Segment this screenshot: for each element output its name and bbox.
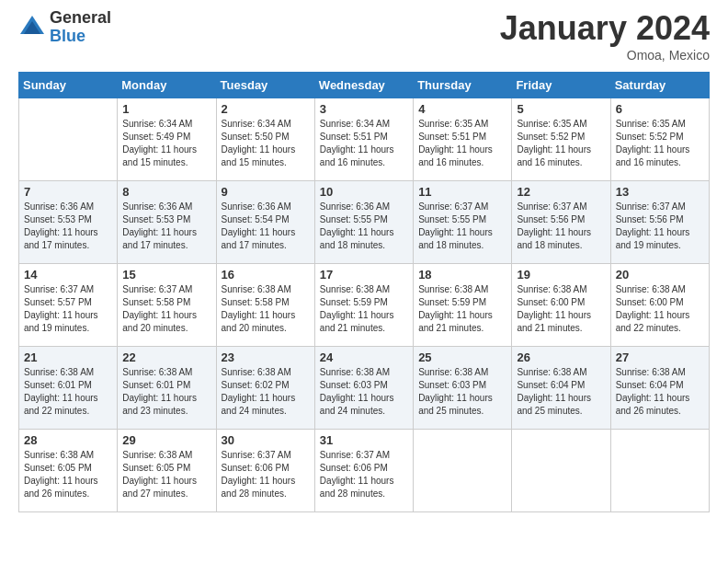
day-number: 27 <box>616 350 704 364</box>
calendar-header-row: SundayMondayTuesdayWednesdayThursdayFrid… <box>19 73 710 98</box>
header-friday: Friday <box>512 73 610 98</box>
day-number: 24 <box>320 350 408 364</box>
day-number: 29 <box>122 433 210 447</box>
day-info: Sunrise: 6:36 AMSunset: 5:55 PMDaylight:… <box>320 201 408 252</box>
calendar-cell: 20Sunrise: 6:38 AMSunset: 6:00 PMDayligh… <box>610 264 709 347</box>
day-info: Sunrise: 6:38 AMSunset: 6:04 PMDaylight:… <box>616 366 704 418</box>
calendar-cell: 14Sunrise: 6:37 AMSunset: 5:57 PMDayligh… <box>19 264 118 347</box>
day-info: Sunrise: 6:37 AMSunset: 5:56 PMDaylight:… <box>616 201 704 252</box>
day-info: Sunrise: 6:36 AMSunset: 5:54 PMDaylight:… <box>222 201 310 252</box>
day-number: 8 <box>122 185 210 199</box>
day-number: 26 <box>517 350 605 364</box>
header-monday: Monday <box>118 73 216 98</box>
day-info: Sunrise: 6:38 AMSunset: 6:04 PMDaylight:… <box>517 366 605 418</box>
calendar-cell: 15Sunrise: 6:37 AMSunset: 5:58 PMDayligh… <box>118 264 216 347</box>
day-info: Sunrise: 6:35 AMSunset: 5:52 PMDaylight:… <box>517 118 605 169</box>
calendar-cell: 8Sunrise: 6:36 AMSunset: 5:53 PMDaylight… <box>118 181 216 264</box>
calendar-cell: 9Sunrise: 6:36 AMSunset: 5:54 PMDaylight… <box>216 181 314 264</box>
day-info: Sunrise: 6:38 AMSunset: 6:02 PMDaylight:… <box>222 366 310 418</box>
location: Omoa, Mexico <box>500 48 710 63</box>
header-tuesday: Tuesday <box>216 73 314 98</box>
day-info: Sunrise: 6:36 AMSunset: 5:53 PMDaylight:… <box>24 201 112 252</box>
day-info: Sunrise: 6:37 AMSunset: 6:06 PMDaylight:… <box>222 449 310 500</box>
day-number: 31 <box>320 433 408 447</box>
calendar-table: SundayMondayTuesdayWednesdayThursdayFrid… <box>18 72 710 512</box>
day-number: 15 <box>122 268 210 282</box>
calendar-cell: 28Sunrise: 6:38 AMSunset: 6:05 PMDayligh… <box>19 430 118 512</box>
day-info: Sunrise: 6:38 AMSunset: 6:03 PMDaylight:… <box>418 366 506 418</box>
day-info: Sunrise: 6:37 AMSunset: 6:06 PMDaylight:… <box>320 449 408 500</box>
calendar-cell: 19Sunrise: 6:38 AMSunset: 6:00 PMDayligh… <box>512 264 610 347</box>
page-header: General Blue January 2024 Omoa, Mexico <box>18 9 710 63</box>
calendar-cell: 31Sunrise: 6:37 AMSunset: 6:06 PMDayligh… <box>314 430 413 512</box>
calendar-week-4: 21Sunrise: 6:38 AMSunset: 6:01 PMDayligh… <box>19 347 710 430</box>
calendar-week-2: 7Sunrise: 6:36 AMSunset: 5:53 PMDaylight… <box>19 181 710 264</box>
day-number: 11 <box>418 185 506 199</box>
day-info: Sunrise: 6:38 AMSunset: 6:05 PMDaylight:… <box>24 449 112 500</box>
calendar-cell <box>414 430 512 512</box>
calendar-cell <box>512 430 610 512</box>
day-number: 16 <box>222 268 310 282</box>
calendar-cell: 3Sunrise: 6:34 AMSunset: 5:51 PMDaylight… <box>314 98 413 181</box>
logo-blue: Blue <box>50 28 111 46</box>
day-info: Sunrise: 6:38 AMSunset: 6:00 PMDaylight:… <box>517 283 605 335</box>
day-number: 22 <box>122 350 210 364</box>
calendar-cell: 23Sunrise: 6:38 AMSunset: 6:02 PMDayligh… <box>216 347 314 430</box>
calendar-cell: 2Sunrise: 6:34 AMSunset: 5:50 PMDaylight… <box>216 98 314 181</box>
day-number: 28 <box>24 433 112 447</box>
day-number: 18 <box>418 268 506 282</box>
day-number: 30 <box>222 433 310 447</box>
day-info: Sunrise: 6:34 AMSunset: 5:51 PMDaylight:… <box>320 118 408 169</box>
day-info: Sunrise: 6:37 AMSunset: 5:57 PMDaylight:… <box>24 283 112 335</box>
title-block: January 2024 Omoa, Mexico <box>500 9 710 63</box>
calendar-cell: 24Sunrise: 6:38 AMSunset: 6:03 PMDayligh… <box>314 347 413 430</box>
day-info: Sunrise: 6:38 AMSunset: 6:01 PMDaylight:… <box>122 366 210 418</box>
day-number: 13 <box>616 185 704 199</box>
calendar-cell: 1Sunrise: 6:34 AMSunset: 5:49 PMDaylight… <box>118 98 216 181</box>
day-number: 2 <box>222 102 310 116</box>
calendar-cell: 11Sunrise: 6:37 AMSunset: 5:55 PMDayligh… <box>414 181 512 264</box>
calendar-week-1: 1Sunrise: 6:34 AMSunset: 5:49 PMDaylight… <box>19 98 710 181</box>
calendar-week-5: 28Sunrise: 6:38 AMSunset: 6:05 PMDayligh… <box>19 430 710 512</box>
header-wednesday: Wednesday <box>314 73 413 98</box>
day-number: 25 <box>418 350 506 364</box>
day-number: 7 <box>24 185 112 199</box>
day-info: Sunrise: 6:36 AMSunset: 5:53 PMDaylight:… <box>122 201 210 252</box>
header-thursday: Thursday <box>414 73 512 98</box>
day-number: 23 <box>222 350 310 364</box>
calendar-cell: 4Sunrise: 6:35 AMSunset: 5:51 PMDaylight… <box>414 98 512 181</box>
day-info: Sunrise: 6:35 AMSunset: 5:52 PMDaylight:… <box>616 118 704 169</box>
day-number: 6 <box>616 102 704 116</box>
header-saturday: Saturday <box>610 73 709 98</box>
header-sunday: Sunday <box>19 73 118 98</box>
day-info: Sunrise: 6:38 AMSunset: 6:00 PMDaylight:… <box>616 283 704 335</box>
calendar-cell: 18Sunrise: 6:38 AMSunset: 5:59 PMDayligh… <box>414 264 512 347</box>
calendar-week-3: 14Sunrise: 6:37 AMSunset: 5:57 PMDayligh… <box>19 264 710 347</box>
calendar-cell: 25Sunrise: 6:38 AMSunset: 6:03 PMDayligh… <box>414 347 512 430</box>
calendar-cell: 16Sunrise: 6:38 AMSunset: 5:58 PMDayligh… <box>216 264 314 347</box>
calendar-cell: 12Sunrise: 6:37 AMSunset: 5:56 PMDayligh… <box>512 181 610 264</box>
month-title: January 2024 <box>500 9 710 48</box>
logo: General Blue <box>18 9 111 46</box>
day-number: 19 <box>517 268 605 282</box>
calendar-cell: 5Sunrise: 6:35 AMSunset: 5:52 PMDaylight… <box>512 98 610 181</box>
day-number: 9 <box>222 185 310 199</box>
calendar-cell: 27Sunrise: 6:38 AMSunset: 6:04 PMDayligh… <box>610 347 709 430</box>
day-number: 10 <box>320 185 408 199</box>
day-info: Sunrise: 6:37 AMSunset: 5:55 PMDaylight:… <box>418 201 506 252</box>
calendar-cell: 10Sunrise: 6:36 AMSunset: 5:55 PMDayligh… <box>314 181 413 264</box>
day-number: 4 <box>418 102 506 116</box>
day-number: 20 <box>616 268 704 282</box>
day-info: Sunrise: 6:38 AMSunset: 6:01 PMDaylight:… <box>24 366 112 418</box>
logo-general: General <box>50 9 111 28</box>
day-info: Sunrise: 6:37 AMSunset: 5:56 PMDaylight:… <box>517 201 605 252</box>
calendar-cell: 26Sunrise: 6:38 AMSunset: 6:04 PMDayligh… <box>512 347 610 430</box>
calendar-cell: 30Sunrise: 6:37 AMSunset: 6:06 PMDayligh… <box>216 430 314 512</box>
day-number: 1 <box>122 102 210 116</box>
day-info: Sunrise: 6:37 AMSunset: 5:58 PMDaylight:… <box>122 283 210 335</box>
day-number: 12 <box>517 185 605 199</box>
day-number: 3 <box>320 102 408 116</box>
calendar-cell <box>19 98 118 181</box>
calendar-cell: 6Sunrise: 6:35 AMSunset: 5:52 PMDaylight… <box>610 98 709 181</box>
calendar-cell: 7Sunrise: 6:36 AMSunset: 5:53 PMDaylight… <box>19 181 118 264</box>
